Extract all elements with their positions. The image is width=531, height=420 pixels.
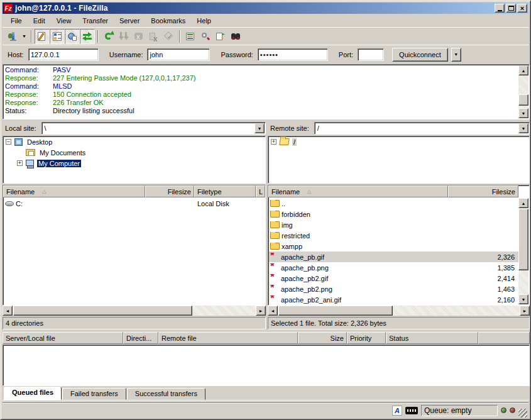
remote-column-filename[interactable]: Filename△ — [268, 185, 448, 197]
site-manager-button[interactable] — [5, 29, 20, 44]
scrollbar-thumb[interactable] — [518, 94, 528, 106]
tree-item-desktop[interactable]: − Desktop — [3, 136, 265, 147]
menu-edit[interactable]: Edit — [28, 16, 51, 26]
refresh-button[interactable] — [101, 29, 116, 44]
tab-successful-transfers[interactable]: Successful transfers — [127, 388, 205, 400]
remote-file-row[interactable]: *apache_pb2.gif2,414 — [269, 273, 518, 284]
scroll-up-icon[interactable]: ▲ — [518, 198, 528, 208]
directory-comparison-button[interactable] — [213, 29, 228, 44]
local-column-last-modified[interactable]: L — [256, 185, 265, 197]
remote-file-row[interactable]: *apache_pb.png1,385 — [269, 262, 518, 273]
queue-column-direction[interactable]: Directi... — [123, 332, 158, 344]
remote-file-row[interactable]: *apache_pb2_ani.gif2,160 — [269, 294, 518, 304]
dropdown-arrow-icon[interactable]: ▼ — [255, 123, 265, 133]
menu-view[interactable]: View — [51, 16, 77, 26]
port-input[interactable] — [358, 48, 384, 61]
queue-column-priority[interactable]: Priority — [347, 332, 386, 344]
tab-queued-files[interactable]: Queued files — [4, 387, 62, 400]
toggle-message-log-button[interactable] — [35, 29, 50, 44]
refresh-icon — [104, 31, 114, 41]
resize-grip[interactable] — [518, 409, 527, 417]
remote-directory-tree: + / — [268, 136, 530, 184]
queue-toggle-icon — [82, 31, 92, 41]
remote-file-row[interactable]: img — [269, 219, 518, 230]
scrollbar-thumb[interactable] — [518, 209, 528, 270]
remote-column-filesize[interactable]: Filesize — [448, 185, 518, 197]
scroll-right-icon[interactable]: ► — [256, 306, 266, 316]
transfer-type-ascii-icon[interactable]: A — [392, 406, 402, 416]
scroll-down-icon[interactable]: ▼ — [518, 108, 528, 118]
toggle-remote-tree-button[interactable] — [65, 29, 80, 44]
image-file-icon: * — [270, 285, 279, 293]
maximize-button[interactable] — [506, 4, 516, 13]
disconnect-button[interactable]: x — [146, 29, 161, 44]
scroll-left-icon[interactable]: ◄ — [3, 306, 13, 316]
remote-file-row[interactable]: xampp — [269, 241, 518, 251]
local-file-row[interactable]: C: Local Disk — [4, 198, 265, 209]
queue-column-empty[interactable] — [478, 332, 530, 344]
menu-file[interactable]: File — [5, 16, 28, 26]
tree-item-root[interactable]: + / — [268, 136, 529, 147]
scrollbar-thumb[interactable] — [278, 306, 393, 316]
tree-item-my-documents[interactable]: My Documents — [3, 147, 265, 158]
scrollbar-thumb[interactable] — [13, 306, 192, 316]
remote-file-row[interactable]: restricted — [269, 230, 518, 241]
scroll-down-icon[interactable]: ▼ — [518, 294, 528, 304]
quickconnect-dropdown[interactable]: ▼ — [451, 48, 461, 62]
log-line: Command:MLSD — [5, 82, 518, 91]
scroll-right-icon[interactable]: ► — [520, 306, 530, 316]
filter-button[interactable] — [183, 29, 198, 44]
remote-file-row[interactable]: forbidden — [269, 209, 518, 219]
process-queue-button[interactable] — [116, 29, 131, 44]
close-button[interactable]: × — [517, 4, 527, 13]
log-vertical-scrollbar[interactable]: ▲ ▼ — [518, 65, 528, 118]
remote-horizontal-scrollbar[interactable]: ◄ ► — [268, 306, 530, 316]
dropdown-arrow-icon[interactable]: ▼ — [518, 123, 528, 133]
local-pane: Local site: \ ▼ − Desktop My Documents +… — [3, 121, 266, 329]
remote-file-row-selected[interactable]: *apache_pb.gif2,326 — [269, 251, 518, 262]
local-horizontal-scrollbar[interactable]: ◄ ► — [3, 306, 266, 316]
speed-limit-icon[interactable] — [405, 407, 418, 414]
remote-file-row[interactable]: *apache_pb2.png1,463 — [269, 284, 518, 294]
queue-column-remote-file[interactable]: Remote file — [158, 332, 298, 344]
menu-help[interactable]: Help — [191, 16, 217, 26]
host-input[interactable] — [28, 48, 99, 61]
tab-failed-transfers[interactable]: Failed transfers — [62, 388, 126, 400]
username-input[interactable] — [147, 48, 210, 61]
remote-site-combobox[interactable]: / ▼ — [314, 122, 530, 135]
queue-list-body[interactable] — [3, 345, 530, 386]
queue-column-size[interactable]: Size — [298, 332, 347, 344]
site-manager-dropdown[interactable]: ▼ — [20, 29, 28, 44]
toggle-transfer-queue-button[interactable] — [80, 29, 95, 44]
activity-led-green — [501, 407, 506, 413]
menu-bookmarks[interactable]: Bookmarks — [145, 16, 191, 26]
expand-icon[interactable]: + — [17, 160, 23, 166]
reconnect-button[interactable]: ✓ — [161, 29, 177, 44]
local-status-bar: 4 directories — [3, 317, 266, 329]
expand-icon[interactable]: + — [271, 139, 276, 145]
image-file-icon: * — [270, 253, 279, 261]
cancel-button[interactable]: x — [131, 29, 146, 44]
remote-file-row[interactable]: .. — [269, 198, 518, 209]
menu-server[interactable]: Server — [114, 16, 145, 26]
local-column-filename[interactable]: Filename△ — [3, 185, 145, 197]
title-bar[interactable]: Fz john@127.0.0.1 - FileZilla × — [3, 3, 528, 14]
remote-vertical-scrollbar[interactable]: ▲ ▼ — [518, 198, 528, 304]
local-site-combobox[interactable]: \ ▼ — [41, 122, 266, 135]
collapse-icon[interactable]: − — [6, 139, 11, 145]
toggle-local-tree-button[interactable] — [50, 29, 65, 44]
minimize-button[interactable] — [495, 4, 505, 13]
file-search-button[interactable] — [198, 29, 213, 44]
local-column-filesize[interactable]: Filesize — [145, 185, 194, 197]
menu-transfer[interactable]: Transfer — [77, 16, 114, 26]
queue-column-server-local-file[interactable]: Server/Local file — [3, 332, 123, 344]
scroll-left-icon[interactable]: ◄ — [268, 306, 278, 316]
scroll-up-icon[interactable]: ▲ — [518, 65, 528, 75]
tree-item-my-computer[interactable]: + My Computer — [3, 158, 265, 169]
password-input[interactable] — [258, 48, 328, 61]
synchronized-browsing-button[interactable] — [228, 29, 243, 44]
quickconnect-button[interactable]: Quickconnect — [392, 48, 448, 62]
queue-column-status[interactable]: Status — [386, 332, 478, 344]
local-column-filetype[interactable]: Filetype — [194, 185, 256, 197]
menu-bar: File Edit View Transfer Server Bookmarks… — [3, 14, 528, 27]
